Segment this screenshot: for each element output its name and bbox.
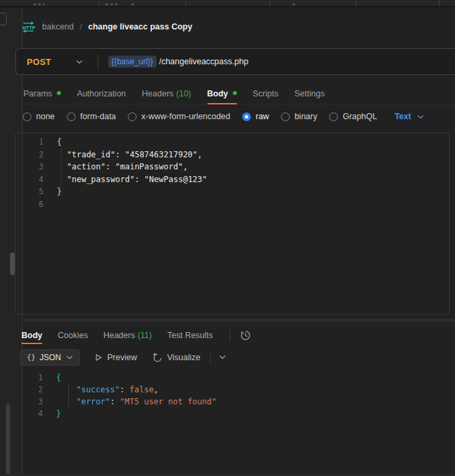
visualize-wand-icon <box>152 352 163 363</box>
tab-label: Params <box>23 89 52 98</box>
tab-authorization[interactable]: Authorization <box>77 84 126 104</box>
breadcrumb: HTTP bakcend / change liveacc pass Copy <box>21 20 192 33</box>
line-number: 6 <box>15 198 43 211</box>
play-icon <box>94 353 102 362</box>
response-tabs-divider <box>230 330 230 341</box>
params-dot <box>57 91 61 95</box>
request-title[interactable]: change liveacc pass Copy <box>88 22 193 31</box>
chevron-down-icon <box>219 355 226 360</box>
clipped-tab-text <box>38 3 41 5</box>
history-clock-icon <box>240 329 252 341</box>
code-line: 4} <box>15 408 450 420</box>
radio-circle <box>128 112 136 121</box>
visualize-button[interactable]: Visualize <box>152 352 201 363</box>
response-tab-cookies[interactable]: Cookies <box>58 326 88 344</box>
line-number: 1 <box>15 372 43 384</box>
radio-circle <box>67 112 76 121</box>
clipped-tab-text <box>105 3 108 5</box>
response-body-viewer[interactable]: 1{2"success": false,3"error": "MT5 user … <box>15 369 450 422</box>
tab-scripts[interactable]: Scripts <box>253 84 278 104</box>
tab-label: Cookies <box>58 331 88 340</box>
radio-binary[interactable]: binary <box>281 112 317 121</box>
code-line: 2"trade_id": "4587463217920", <box>15 149 449 161</box>
preview-button[interactable]: Preview <box>94 353 136 362</box>
tab-divider <box>439 0 440 6</box>
url-bar-divider <box>98 54 98 69</box>
tab-divider <box>185 0 186 6</box>
breadcrumb-separator: / <box>80 22 82 31</box>
raw-language-selector[interactable]: Text <box>395 112 425 121</box>
radio-circle <box>23 112 31 121</box>
radio-x-www-form-urlencoded[interactable]: x-www-form-urlencoded <box>128 112 230 121</box>
response-history-button[interactable] <box>240 329 252 341</box>
tab-headers[interactable]: Headers(10) <box>142 84 191 104</box>
body-type-options: none form-data x-www-form-urlencoded raw… <box>23 108 424 125</box>
tab-label: Headers <box>142 89 173 98</box>
tab-label: Settings <box>294 89 325 98</box>
tab-settings[interactable]: Settings <box>294 84 325 104</box>
tab-label: Headers <box>103 331 134 340</box>
clipped-tab-text <box>115 3 118 5</box>
url-input[interactable]: {{base_url}} /changeliveaccpass.php <box>108 56 249 68</box>
json-braces-icon: {} <box>27 353 35 362</box>
url-variable-chip[interactable]: {{base_url}} <box>108 56 157 68</box>
breadcrumb-collection[interactable]: bakcend <box>42 22 74 31</box>
radio-none[interactable]: none <box>23 112 55 121</box>
response-tab-headers[interactable]: Headers(11) <box>103 326 152 344</box>
sidebar-scrollbar-thumb-lower[interactable] <box>6 404 10 476</box>
chevron-down-icon <box>76 60 83 64</box>
code-line: 1{ <box>15 136 449 149</box>
clipped-tab-text <box>110 3 113 5</box>
line-number: 2 <box>15 384 43 396</box>
clipped-tab-text <box>43 3 45 5</box>
line-number: 4 <box>15 173 43 186</box>
response-format-selector[interactable]: {} JSON <box>20 349 80 366</box>
sidebar-button-partial[interactable] <box>0 13 7 25</box>
tab-label: Scripts <box>253 89 278 98</box>
code-line: 2"success": false, <box>15 384 450 396</box>
tab-divider <box>270 0 270 6</box>
code-line: 6 <box>15 198 449 211</box>
clipped-tab-text <box>131 3 134 5</box>
radio-circle <box>281 112 290 121</box>
workspace-tab-bar[interactable] <box>0 0 455 7</box>
http-badge-icon: HTTP <box>21 21 36 33</box>
method-selector[interactable]: POST <box>27 57 83 67</box>
line-number: 4 <box>15 408 43 420</box>
chevron-down-icon <box>66 355 73 360</box>
tab-divider <box>356 0 357 6</box>
tab-label: Body <box>21 331 42 340</box>
code-line: 3"action": "mainPassword", <box>15 161 449 173</box>
postman-app: HTTP bakcend / change liveacc pass Copy … <box>0 0 455 476</box>
request-url-bar: POST {{base_url}} /changeliveaccpass.php <box>15 48 455 75</box>
response-tab-body[interactable]: Body <box>21 326 42 344</box>
body-dot <box>233 91 237 95</box>
radio-raw[interactable]: raw <box>242 112 269 121</box>
radio-graphql[interactable]: GraphQL <box>329 112 377 121</box>
line-number: 5 <box>15 185 43 198</box>
response-tabs: Body Cookies Headers(11) Test Results <box>21 326 455 344</box>
clipped-tab-text <box>292 3 295 5</box>
language-label: Text <box>395 112 412 121</box>
tab-divider <box>99 0 100 6</box>
line-number: 1 <box>15 136 43 149</box>
toolbar-divider <box>210 352 211 363</box>
pane-splitter[interactable] <box>23 319 455 322</box>
request-body-editor[interactable]: 1{2"trade_id": "4587463217920",3"action"… <box>15 133 450 315</box>
tab-params[interactable]: Params <box>23 84 61 104</box>
format-label: JSON <box>39 353 61 362</box>
radio-form-data[interactable]: form-data <box>67 112 116 121</box>
svg-text:HTTP: HTTP <box>23 24 36 30</box>
response-toolbar: {} JSON Preview Visualize <box>20 349 455 366</box>
radio-circle <box>329 112 338 121</box>
tab-label: Body <box>207 89 228 98</box>
code-line: 5} <box>15 185 449 198</box>
response-tab-test-results[interactable]: Test Results <box>167 326 213 344</box>
code-line: 1{ <box>15 372 450 384</box>
code-line: 4"new_password": "NewPass@123" <box>15 173 449 186</box>
code-line: 3"error": "MT5 user not found" <box>15 396 450 408</box>
method-label: POST <box>27 57 52 67</box>
toolbar-more-button[interactable] <box>219 355 226 360</box>
tab-body[interactable]: Body <box>207 84 237 104</box>
url-path: /changeliveaccpass.php <box>159 57 248 66</box>
